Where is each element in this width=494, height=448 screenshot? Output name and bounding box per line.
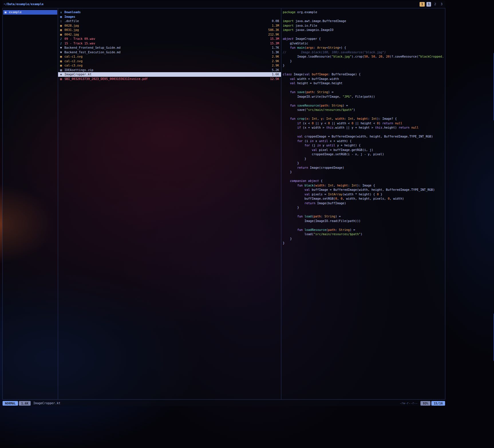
file-row[interactable]: ▣Images: [58, 15, 281, 19]
code-line: class Image(val buffImage: BufferedImage…: [283, 72, 444, 77]
code-line: [283, 210, 444, 215]
current-file-name: ImageCropper.kt: [33, 401, 60, 406]
file-size: 1.3K: [272, 50, 279, 55]
file-size: 2.9K: [272, 63, 279, 68]
image-file-icon: ▦: [60, 59, 64, 64]
file-name: 0031.jpg: [64, 28, 266, 32]
code-line: [283, 112, 444, 117]
file-size: 1.3M: [272, 23, 279, 28]
cursor-position-badge: 15/16: [431, 401, 445, 406]
file-row[interactable]: ▯.dotfile0.0B: [58, 19, 281, 23]
code-line: import java.awt.image.BufferedImage: [283, 19, 444, 23]
download-folder-icon: ↓: [60, 10, 64, 15]
file-name: 0042.jpg: [64, 32, 266, 37]
file-row[interactable]: ◈ImageCropper.kt1.6K: [58, 72, 281, 77]
file-name: cal-c2.svg: [64, 59, 270, 64]
audio-file-icon: ♪: [60, 37, 64, 41]
file-row[interactable]: ▼Backend_Test_Execution_Guide.md1.3K: [58, 50, 281, 55]
file-row[interactable]: ▼Backend_Frontend_Setup_Guide.md1.7K: [58, 46, 281, 50]
pdf-file-icon: ▥: [60, 77, 64, 81]
file-name: Backend_Test_Execution_Guide.md: [64, 50, 270, 55]
file-row[interactable]: ▦0042.jpg212.9K: [58, 32, 281, 37]
file-row[interactable]: ▧IDEAsettings.zip5.2K: [58, 68, 281, 72]
mode-indicator: NORMAL: [3, 401, 18, 406]
code-line: // Image.black(100, 100).saveResource("b…: [283, 50, 444, 55]
yazi-file-manager-window: ~/Data/example/example 1 123 ▣example ↓D…: [2, 1, 445, 406]
file-row[interactable]: ▥SBI_0032013739_2023_DE05_0003155631Invo…: [58, 77, 281, 81]
file-row[interactable]: ↓Downloads: [58, 10, 281, 15]
code-line: [283, 174, 444, 179]
code-line: if (x + width > this.width || y + height…: [283, 125, 444, 130]
file-name: cal-c1.svg: [64, 54, 270, 59]
file-size: 586.3K: [268, 28, 279, 32]
code-line: for (j in y until y + height) {: [283, 143, 444, 148]
parent-panel: ▣example: [3, 8, 58, 399]
code-line: fun saveResource(path: String) =: [283, 103, 444, 108]
file-name: 09 - Track 09.wav: [64, 37, 268, 41]
file-size: 0.0B: [272, 19, 279, 23]
markdown-file-icon: ▼: [60, 46, 64, 50]
code-line: }: [283, 241, 444, 245]
parent-row[interactable]: ▣example: [3, 10, 57, 15]
code-line: return Image(croppedImage): [283, 166, 444, 170]
file-name: .dotfile: [64, 19, 270, 23]
file-name: cal-c3.svg: [64, 63, 270, 68]
folder-icon: ▣: [5, 10, 9, 15]
code-line: Image(ImageIO.read(File(path))): [283, 219, 444, 223]
file-size: 5.2K: [272, 68, 279, 72]
code-line: object ImageCropper {: [283, 37, 444, 41]
code-line: import java.io.File: [283, 23, 444, 28]
code-line: load("src/main/resources/$path"): [283, 232, 444, 237]
tab-bar: 1 123: [420, 2, 444, 7]
code-line: @JvmStatic: [283, 41, 444, 46]
code-line: package org.example: [283, 10, 444, 15]
code-line: }: [283, 237, 444, 241]
preview-code: package org.example import java.awt.imag…: [283, 10, 444, 245]
code-line: [283, 130, 444, 135]
file-row[interactable]: ▦cal-c3.svg2.9K: [58, 63, 281, 68]
image-file-icon: ▦: [60, 32, 64, 37]
tab-2[interactable]: 2: [433, 2, 437, 7]
file-size: 1.7K: [272, 46, 279, 50]
archive-file-icon: ▧: [60, 68, 64, 72]
file-size: 2.9K: [272, 59, 279, 64]
file-name: Images: [64, 15, 277, 19]
code-line: [283, 68, 444, 72]
code-line: [283, 223, 444, 228]
file-row[interactable]: ♪09 - Track 09.wav15.3M: [58, 37, 281, 41]
file-name: ImageCropper.kt: [64, 72, 270, 77]
file-icon: ▯: [60, 19, 64, 23]
code-line: Image.loadResource("black.jpg").crop(50,…: [283, 54, 444, 59]
file-row[interactable]: ♪15 - Track 15.wav15.3M: [58, 41, 281, 46]
file-name: IDEAsettings.zip: [64, 68, 270, 72]
code-line: ImageIO.write(buffImage, "JPG", File(pat…: [283, 95, 444, 99]
file-name: 15 - Track 15.wav: [64, 41, 268, 46]
code-line: return Image(buffImage): [283, 201, 444, 206]
markdown-file-icon: ▼: [60, 50, 64, 55]
file-name: SBI_0032013739_2023_DE05_0003155631Invoi…: [64, 77, 268, 81]
parent-list: ▣example: [3, 10, 58, 15]
code-line: val pixels = IntArray(width * height) { …: [283, 192, 444, 197]
code-line: [283, 86, 444, 90]
file-name: 0028.jpg: [64, 23, 270, 28]
code-line: val buffImage = BufferedImage(width, hei…: [283, 188, 444, 192]
file-row[interactable]: ▦cal-c1.svg2.9K: [58, 54, 281, 59]
code-line: fun crop(x: Int, y: Int, width: Int, hei…: [283, 117, 444, 121]
code-line: }: [283, 161, 444, 166]
images-folder-icon: ▣: [60, 15, 64, 19]
code-line: val croppedImage = BufferedImage(width, …: [283, 134, 444, 139]
image-file-icon: ▦: [60, 23, 64, 28]
code-line: val height = buffImage.height: [283, 81, 444, 86]
code-line: buffImage.setRGB(0, 0, width, height, pi…: [283, 197, 444, 201]
file-row[interactable]: ▦0028.jpg1.3M: [58, 23, 281, 28]
file-row[interactable]: ▦cal-c2.svg2.9K: [58, 59, 281, 64]
code-line: fun black(width: Int, height: Int): Imag…: [283, 183, 444, 188]
tab-1[interactable]: 1: [426, 2, 431, 7]
image-file-icon: ▦: [60, 28, 64, 32]
code-line: if (x < 0 || y < 0 || width < 0 || heigh…: [283, 121, 444, 126]
tab-3[interactable]: 3: [439, 2, 444, 7]
file-row[interactable]: ▦0031.jpg586.3K: [58, 28, 281, 32]
status-right: -rw-r--r-- 93% 15/16: [400, 401, 445, 406]
file-name: Backend_Frontend_Setup_Guide.md: [64, 46, 270, 50]
code-line: fun loadResource(path: String) =: [283, 228, 444, 232]
